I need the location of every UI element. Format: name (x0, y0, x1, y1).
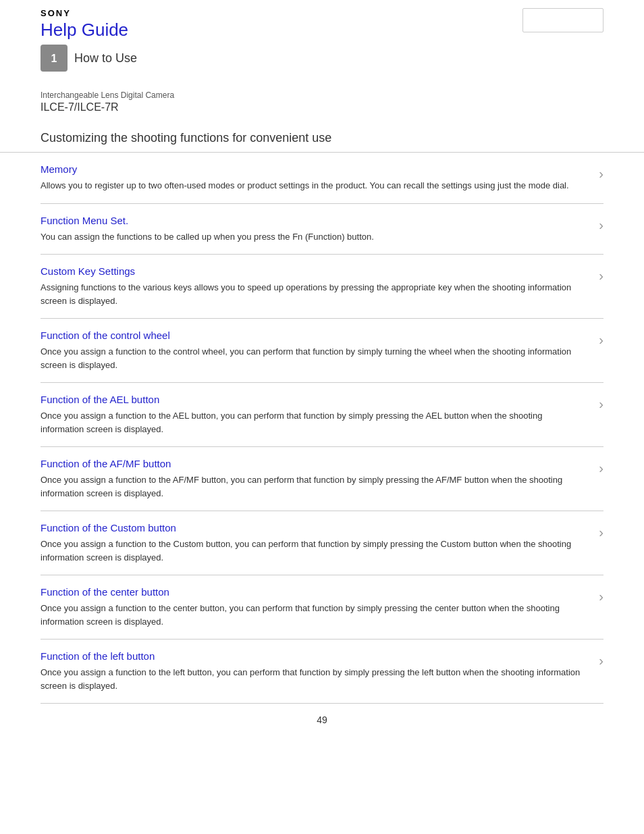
search-box[interactable] (522, 8, 603, 32)
section-desc: Once you assign a function to the AEL bu… (41, 409, 585, 436)
section-desc: Once you assign a function to the left b… (41, 666, 585, 692)
section-content: Function of the control wheelOnce you as… (41, 330, 599, 371)
section-content: Function of the left buttonOnce you assi… (41, 650, 599, 692)
section-title: Function Menu Set. (41, 215, 585, 226)
page-heading: Customizing the shooting functions for c… (0, 120, 644, 153)
section-title: Function of the AEL button (41, 394, 585, 405)
section-item[interactable]: Function of the AEL buttonOnce you assig… (41, 383, 603, 447)
page-header: SONY Help Guide 1 How to Use (0, 0, 644, 77)
chevron-right-icon: › (599, 268, 603, 284)
section-title: Function of the left button (41, 650, 585, 662)
section-content: Function of the Custom buttonOnce you as… (41, 522, 599, 564)
how-to-use-section: 1 How to Use (41, 45, 137, 72)
section-desc: Once you assign a function to the AF/MF … (41, 473, 585, 500)
section-content: MemoryAllows you to register up to two o… (41, 163, 599, 192)
section-desc: You can assign the functions to be calle… (41, 230, 585, 244)
section-item[interactable]: Function of the left buttonOnce you assi… (41, 640, 603, 704)
section-list: MemoryAllows you to register up to two o… (0, 153, 644, 704)
section-item[interactable]: Function of the AF/MF buttonOnce you ass… (41, 447, 603, 511)
section-item[interactable]: Function of the Custom buttonOnce you as… (41, 511, 603, 575)
section-item[interactable]: Function of the center buttonOnce you as… (41, 575, 603, 640)
svg-text:1: 1 (51, 53, 57, 64)
section-title: Function of the control wheel (41, 330, 585, 341)
page-number: 49 (0, 704, 644, 736)
chevron-right-icon: › (599, 589, 603, 604)
section-title: Function of the AF/MF button (41, 458, 585, 469)
chevron-right-icon: › (599, 166, 603, 182)
search-input[interactable] (522, 8, 603, 32)
sony-logo: SONY (41, 8, 137, 18)
chevron-right-icon: › (599, 525, 603, 540)
product-model: ILCE-7/ILCE-7R (41, 101, 603, 113)
section-item[interactable]: Function Menu Set.You can assign the fun… (41, 204, 603, 255)
how-to-use-icon: 1 (41, 45, 68, 72)
section-desc: Once you assign a function to the center… (41, 602, 585, 628)
product-info: Interchangeable Lens Digital Camera ILCE… (0, 77, 644, 120)
section-content: Function of the center buttonOnce you as… (41, 586, 599, 628)
section-desc: Once you assign a function to the contro… (41, 345, 585, 371)
section-item[interactable]: MemoryAllows you to register up to two o… (41, 153, 603, 204)
section-item[interactable]: Custom Key SettingsAssigning functions t… (41, 255, 603, 319)
section-desc: Assigning functions to the various keys … (41, 281, 585, 307)
section-title: Custom Key Settings (41, 265, 585, 277)
section-content: Function Menu Set.You can assign the fun… (41, 215, 599, 244)
chevron-right-icon: › (599, 217, 603, 233)
section-content: Function of the AEL buttonOnce you assig… (41, 394, 599, 436)
product-subtitle: Interchangeable Lens Digital Camera (41, 90, 603, 100)
chevron-right-icon: › (599, 461, 603, 476)
chevron-right-icon: › (599, 332, 603, 348)
section-content: Function of the AF/MF buttonOnce you ass… (41, 458, 599, 500)
how-to-use-label: How to Use (74, 51, 137, 66)
chevron-right-icon: › (599, 653, 603, 669)
section-desc: Once you assign a function to the Custom… (41, 538, 585, 564)
section-content: Custom Key SettingsAssigning functions t… (41, 265, 599, 307)
section-title: Memory (41, 163, 585, 175)
section-title: Function of the center button (41, 586, 585, 598)
section-item[interactable]: Function of the control wheelOnce you as… (41, 319, 603, 383)
header-left: SONY Help Guide 1 How to Use (41, 8, 137, 72)
section-title: Function of the Custom button (41, 522, 585, 533)
help-guide-title: Help Guide (41, 20, 137, 41)
section-desc: Allows you to register up to two often-u… (41, 179, 585, 192)
chevron-right-icon: › (599, 396, 603, 412)
